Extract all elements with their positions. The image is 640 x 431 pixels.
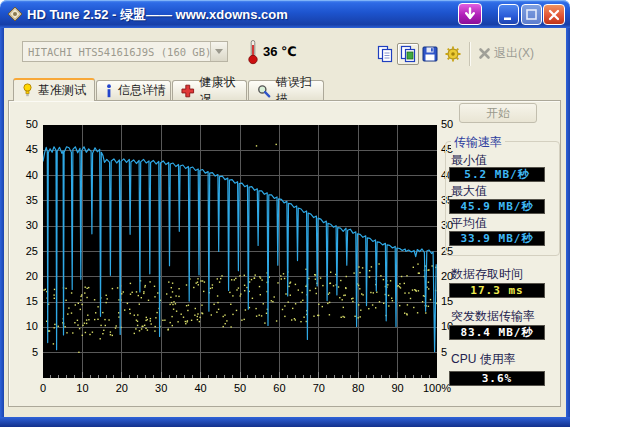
y-left-tick-label: 30: [8, 219, 38, 231]
download-button[interactable]: [458, 3, 482, 25]
benchmark-chart: [43, 125, 437, 378]
magnifier-icon: [257, 84, 271, 98]
x-tick-label: 50: [222, 382, 258, 394]
y-left-tick-label: 50: [8, 118, 38, 130]
y-left-tick-label: 35: [8, 194, 38, 206]
y-left-tick-label: 25: [8, 245, 38, 257]
window-border-right: [566, 28, 570, 417]
copy-image-icon: [399, 45, 417, 63]
dropdown-arrow-icon[interactable]: [210, 42, 227, 61]
x-tick-label: 60: [261, 382, 297, 394]
copy-screenshot-button[interactable]: [397, 43, 419, 65]
exit-x-icon: [478, 47, 491, 60]
options-button[interactable]: [442, 43, 464, 65]
app-icon: [7, 6, 23, 22]
save-icon: [421, 45, 439, 63]
window-title: HD Tune 2.52 - 绿盟—— www.xdowns.com: [27, 6, 288, 24]
x-tick-label: 0: [25, 382, 61, 394]
y-left-tick-label: 10: [8, 320, 38, 332]
minimize-button[interactable]: [498, 4, 519, 25]
exit-button[interactable]: 退出(X): [478, 45, 534, 62]
info-icon: [105, 84, 113, 98]
titlebar[interactable]: HD Tune 2.52 - 绿盟—— www.xdowns.com: [0, 0, 570, 28]
tab-benchmark-label: 基准测试: [38, 82, 86, 99]
drive-select[interactable]: HITACHI HTS541616J9S (160 GB): [22, 41, 228, 62]
x-tick-label: 10: [64, 382, 100, 394]
tab-info[interactable]: 信息详情: [96, 80, 171, 100]
x-tick-label: 70: [301, 382, 337, 394]
toolbar-separator: [469, 42, 471, 66]
cpu-usage-label: CPU 使用率: [451, 351, 516, 368]
exit-button-label: 退出(X): [494, 45, 534, 62]
y-left-tick-label: 5: [8, 346, 38, 358]
tab-health[interactable]: 健康状况: [172, 80, 247, 100]
tab-error-scan[interactable]: 错误扫描: [248, 80, 324, 100]
access-time-display: 17.3 ms: [449, 283, 545, 298]
save-screenshot-button[interactable]: [419, 43, 441, 65]
max-label: 最大值: [451, 183, 487, 200]
drive-select-value: HITACHI HTS541616J9S (160 GB): [23, 46, 210, 58]
access-time-label: 数据存取时间: [451, 266, 523, 283]
burst-rate-display: 83.4 MB/秒: [449, 325, 545, 340]
health-cross-icon: [181, 84, 195, 98]
x-tick-label: 90: [380, 382, 416, 394]
maximize-icon: [524, 7, 539, 22]
avg-label: 平均值: [451, 215, 487, 232]
start-button[interactable]: 开始: [459, 103, 537, 123]
window-border-left: [0, 28, 4, 417]
maximize-button[interactable]: [521, 4, 542, 25]
window-border-bottom: [0, 417, 570, 427]
burst-rate-label: 突发数据传输率: [451, 308, 535, 325]
drive-temperature: 36 ℃: [263, 44, 297, 59]
tab-benchmark[interactable]: 基准测试: [13, 78, 95, 101]
x-tick-label: 20: [104, 382, 140, 394]
down-arrow-icon: [463, 7, 477, 21]
max-value-display: 45.9 MB/秒: [449, 199, 545, 214]
close-button[interactable]: [543, 4, 565, 25]
y-left-tick-label: 20: [8, 270, 38, 282]
y-left-tick-label: 40: [8, 169, 38, 181]
copy-text-button[interactable]: [374, 43, 396, 65]
copy-icon: [376, 45, 394, 63]
transfer-rate-group-title: 传输速率: [451, 134, 505, 151]
cpu-usage-display: 3.6%: [449, 371, 545, 386]
x-tick-label: 30: [143, 382, 179, 394]
hd-tune-window: HD Tune 2.52 - 绿盟—— www.xdowns.com HITAC…: [0, 0, 570, 427]
close-icon: [547, 8, 561, 22]
y-left-tick-label: 15: [8, 295, 38, 307]
x-tick-label: 40: [183, 382, 219, 394]
minimize-icon: [501, 7, 516, 22]
y-left-tick-label: 45: [8, 143, 38, 155]
lamp-icon: [22, 83, 33, 98]
x-tick-label: 80: [340, 382, 376, 394]
tab-info-label: 信息详情: [118, 82, 166, 99]
min-value-display: 5.2 MB/秒: [449, 167, 545, 182]
thermometer-icon: [247, 39, 259, 65]
avg-value-display: 33.9 MB/秒: [449, 231, 545, 246]
options-icon: [444, 45, 462, 63]
